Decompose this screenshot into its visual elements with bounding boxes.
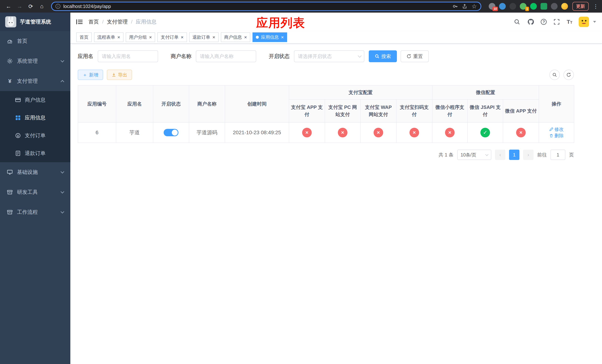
delete-link[interactable]: 删除 [549,133,564,139]
extension-icon-4[interactable]: 1 [520,3,527,10]
toggle-search-button[interactable] [549,70,560,80]
next-page-button[interactable]: › [523,150,534,160]
col-group-wechat: 微信配置 [432,85,539,99]
tab-merchant-info[interactable]: 商户信息× [221,32,250,42]
browser-update-button[interactable]: 更新 [572,2,589,11]
search-icon [375,54,379,59]
page-size-value: 10条/页 [461,152,476,158]
sidebar-item-dev-tools[interactable]: 研发工具 [0,182,70,202]
status-toggle[interactable] [164,129,178,136]
chevron-down-icon [61,59,64,62]
refresh-table-button[interactable] [563,70,574,80]
sidebar-item-label: 首页 [17,38,64,45]
col-alipay-wap: 支付宝 WAP 网站支付 [360,99,396,122]
bookmark-star-icon[interactable]: ☆ [472,3,477,10]
edit-link[interactable]: 修改 [549,126,564,132]
back-icon[interactable]: ← [4,1,13,11]
tab-label: 退款订单 [193,34,210,40]
refresh-icon[interactable]: ⟳ [26,1,35,11]
fullscreen-icon[interactable] [553,18,560,26]
home-icon[interactable]: ⌂ [37,1,47,11]
extension-icon-2[interactable] [499,3,506,10]
chevron-down-icon[interactable] [593,21,596,23]
add-button[interactable]: ＋ 新增 [78,70,103,80]
search-icon[interactable] [513,18,521,26]
close-icon[interactable]: × [213,35,215,40]
sidebar-item-infrastructure[interactable]: 基础设施 [0,162,70,182]
extension-icon-3[interactable] [509,3,516,10]
extension-icon-1[interactable]: 10 [489,3,495,10]
tab-process-form[interactable]: 流程表单× [94,32,123,42]
close-icon[interactable]: × [281,35,284,40]
tab-home[interactable]: 首页 [76,32,92,42]
cell-status [153,122,189,143]
close-icon[interactable]: × [181,35,183,40]
sidebar-item-workflow[interactable]: 工作流程 [0,202,70,222]
extension-icon-8[interactable] [561,3,568,10]
status-label: 开启状态 [269,53,290,60]
tab-pay-orders[interactable]: 支付订单× [157,32,187,42]
sidebar-item-payment[interactable]: ¥ 支付管理 [0,71,70,91]
tab-refund-orders[interactable]: 退款订单× [189,32,219,42]
close-icon[interactable]: × [149,35,152,40]
active-dot [256,36,259,39]
tab-label: 流程表单 [97,34,115,40]
breadcrumb-separator: / [131,19,133,25]
status-select[interactable]: 请选择开启状态 [294,50,364,62]
chevron-down-icon [61,190,64,193]
trash-icon [549,134,553,138]
toggle-knob [172,130,178,136]
goto-page-input[interactable] [550,150,565,160]
sidebar-item-pay-orders[interactable]: 支付订单 [0,127,70,144]
forward-icon[interactable]: → [15,1,24,11]
sidebar-item-home[interactable]: 首页 [0,31,70,51]
tab-label: 用户分组 [129,34,147,40]
sidebar-item-merchant-info[interactable]: 商户信息 [0,91,70,109]
browser-menu-icon[interactable]: ⋮ [593,3,598,10]
app-name-input[interactable] [98,50,158,62]
merchant-name-input[interactable] [196,50,256,62]
breadcrumb-separator: / [102,19,104,25]
breadcrumb-payment[interactable]: 支付管理 [107,18,128,25]
password-key-icon[interactable] [453,4,458,9]
sidebar-item-system[interactable]: 系统管理 [0,51,70,71]
url-bar[interactable]: i localhost:1024/pay/app ☆ [51,2,481,11]
tab-user-group[interactable]: 用户分组× [126,32,155,42]
share-icon[interactable] [462,4,467,9]
close-icon[interactable]: × [244,35,247,40]
prev-page-button[interactable]: ‹ [495,150,505,160]
help-icon[interactable]: ? [541,19,547,25]
close-icon[interactable]: × [117,35,120,40]
yen-icon: ¥ [7,78,13,84]
search-button-label: 搜索 [381,53,391,60]
extension-icon-7[interactable] [551,3,558,10]
col-wechat-mini: 微信小程序支付 [432,99,467,122]
url-text[interactable]: localhost:1024/pay/app [63,4,448,9]
reset-button[interactable]: 重置 [401,50,429,62]
sidebar-logo: 芋道管理系统 [0,13,70,31]
cell-alipay-app: × [289,122,325,143]
page-size-select[interactable]: 10条/页 [457,150,491,160]
export-button[interactable]: 导出 [107,70,132,80]
gear-icon [7,58,13,64]
check-icon: ✓ [480,128,490,137]
sidebar-item-label: 商户信息 [25,96,45,104]
sidebar-item-app-info[interactable]: 应用信息 [0,109,70,127]
sidebar-toggle-icon[interactable] [76,19,83,25]
search-button[interactable]: 搜索 [369,50,397,62]
cross-icon: × [302,128,312,137]
breadcrumb-home[interactable]: 首页 [88,18,99,25]
table-toolbar: ＋ 新增 导出 [78,70,574,80]
extension-icon-5[interactable] [530,3,537,10]
refresh-icon [407,54,411,59]
github-icon[interactable] [527,18,534,26]
sidebar-item-label: 工作流程 [17,209,57,216]
user-avatar[interactable] [579,17,589,27]
sidebar-item-refund-orders[interactable]: 退款订单 [0,144,70,162]
page-1-button[interactable]: 1 [509,150,519,160]
workflow-icon [7,209,13,215]
font-size-icon[interactable]: TT [567,19,572,25]
extension-icon-6[interactable] [540,3,547,10]
tab-app-info[interactable]: 应用信息× [252,32,287,42]
site-info-icon[interactable]: i [55,4,60,9]
